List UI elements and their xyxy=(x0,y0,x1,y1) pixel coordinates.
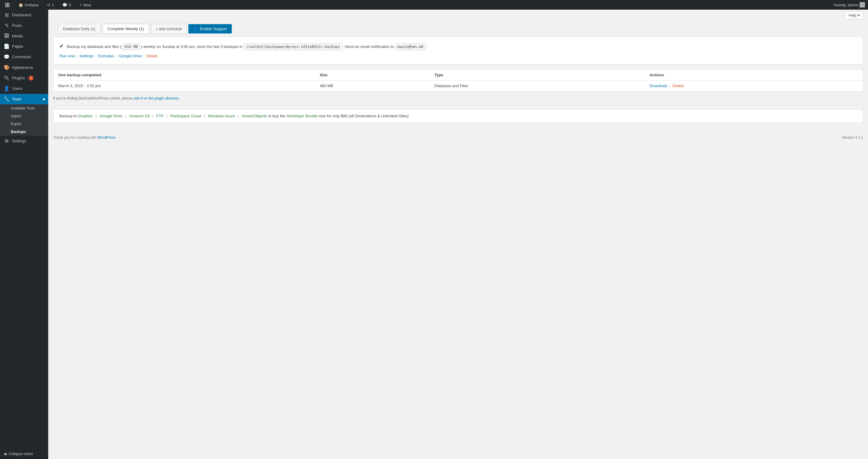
size-badge: 616 MB xyxy=(123,44,140,50)
sidebar-item-plugins[interactable]: 🔌 Plugins 1 xyxy=(0,73,48,83)
adminbar-right: Howdy, admin xyxy=(834,2,865,7)
tab-complete-weekly[interactable]: Complete Weekly (1) xyxy=(102,24,149,34)
download-link[interactable]: Download xyxy=(650,84,667,88)
help-chevron-icon: ▾ xyxy=(858,13,860,18)
dest-sep-3: | xyxy=(153,114,155,118)
rating-suffix: . xyxy=(180,96,181,101)
help-button[interactable]: Help ▾ xyxy=(845,11,863,19)
footer-wp-link[interactable]: WordPress xyxy=(97,136,115,140)
dest-dropbox[interactable]: Dropbox xyxy=(78,114,93,118)
sidebar-item-tools[interactable]: 🔧 Tools ◀ xyxy=(0,94,48,104)
sidebar-label-pages: Pages xyxy=(12,44,23,49)
col-name: One backup completed xyxy=(53,70,315,81)
adminbar-comments[interactable]: 💬 0 xyxy=(61,0,73,10)
howdy-label[interactable]: Howdy, admin xyxy=(834,3,858,7)
help-bar: Help ▾ xyxy=(48,10,868,21)
path-badge: /content/backupwordpress-1d31e8912c-back… xyxy=(244,44,343,50)
pages-icon: 📄 xyxy=(4,44,10,49)
adminbar-new[interactable]: + New xyxy=(78,0,93,10)
enable-support-label: Enable Support xyxy=(200,27,227,31)
tab-database-daily[interactable]: Database Daily (1) xyxy=(58,24,101,34)
footer-thanks: Thank you for creating with WordPress. xyxy=(53,136,116,140)
sidebar-item-settings[interactable]: ⚙ Settings xyxy=(0,136,48,146)
dest-sep-1: | xyxy=(96,114,98,118)
sidebar-label-comments: Comments xyxy=(12,55,31,59)
tabs-bar: Database Daily (1) Complete Weekly (1) +… xyxy=(53,21,863,37)
sidebar-label-plugins: Plugins xyxy=(12,76,25,80)
dest-suffix: or buy the xyxy=(268,114,286,118)
sidebar-subitem-backups[interactable]: Backups xyxy=(0,128,48,136)
adminbar-site[interactable]: 🏠 hmbase xyxy=(17,0,40,10)
sidebar-item-comments[interactable]: 💬 Comments xyxy=(0,52,48,62)
plugins-badge: 1 xyxy=(29,76,33,81)
tab-add-label: + add schedule xyxy=(156,27,182,31)
content-wrap: Database Daily (1) Complete Weekly (1) +… xyxy=(48,21,868,133)
col-type: Type xyxy=(430,70,645,81)
destinations-prefix: Backup to xyxy=(59,114,77,118)
sidebar-label-posts: Posts xyxy=(12,23,22,28)
help-label: Help xyxy=(848,13,857,18)
row-actions: Download | Delete xyxy=(645,80,863,91)
posts-icon: ✎ xyxy=(4,23,10,28)
dest-amazon-s3[interactable]: Amazon S3 xyxy=(129,114,150,118)
site-name: hmbase xyxy=(25,3,38,7)
sidebar-item-users[interactable]: 👤 Users xyxy=(0,83,48,94)
collapse-icon: ◀ xyxy=(4,452,6,456)
table-row: March 3, 2015 - 2:02 pm 480 MB Database … xyxy=(53,80,863,91)
enable-support-button[interactable]: 👤 Enable Support xyxy=(188,24,232,33)
dest-rackspace[interactable]: Rackspace Cloud xyxy=(170,114,201,118)
dest-sep-6: | xyxy=(238,114,240,118)
sidebar-label-tools: Tools xyxy=(12,97,21,101)
adminbar-revisions[interactable]: ↺ 1 xyxy=(45,0,56,10)
sidebar-item-pages[interactable]: 📄 Pages xyxy=(0,41,48,52)
google-drive-link[interactable]: Google Drive xyxy=(119,53,142,59)
delete-backup-link[interactable]: Delete xyxy=(673,84,684,88)
adminbar-wp-logo[interactable]: ⊞ xyxy=(3,0,12,10)
sidebar-subitem-import[interactable]: Import xyxy=(0,112,48,120)
sidebar-subitem-available-tools[interactable]: Available Tools xyxy=(0,104,48,112)
row-type: Database and Files xyxy=(430,80,645,91)
run-now-link[interactable]: Run now xyxy=(59,53,75,59)
info-links: Run now | Settings | Excludes | Google D… xyxy=(59,53,857,59)
sidebar-item-dashboard[interactable]: ⊞ Dashboard xyxy=(0,10,48,20)
sidebar-item-media[interactable]: 🖼 Media xyxy=(0,31,48,41)
backup-description: ✔ Backup my database and files ( 616 MB … xyxy=(59,42,857,51)
tools-chevron-icon: ◀ xyxy=(42,97,44,101)
dest-dreamobjects[interactable]: DreamObjects xyxy=(242,114,267,118)
dest-bundle-suffix: now for only $99 (all Destinations & Unl… xyxy=(318,114,408,118)
settings-link[interactable]: Settings xyxy=(80,53,94,59)
avatar xyxy=(860,2,865,7)
excludes-link[interactable]: Excludes xyxy=(98,53,114,59)
enable-support-icon: 👤 xyxy=(193,27,198,31)
tab-database-daily-label: Database Daily (1) xyxy=(63,27,96,31)
tab-add-schedule[interactable]: + add schedule xyxy=(151,24,187,34)
sep-2: | xyxy=(96,53,96,59)
desc-after: .Send an email notification to xyxy=(344,44,394,49)
sidebar-label-dashboard: Dashboard xyxy=(12,13,31,17)
backup-table: One backup completed Size Type Actions M… xyxy=(53,69,863,91)
desc-middle: ) weekly on Sunday at 3:00 am, store the… xyxy=(141,44,243,49)
sidebar-label-settings: Settings xyxy=(12,139,26,143)
collapse-menu-button[interactable]: ◀ Collapse menu xyxy=(0,449,48,459)
comments-icon: 💬 xyxy=(62,3,67,7)
dest-google-drive[interactable]: Google Drive xyxy=(99,114,122,118)
col-size: Size xyxy=(315,70,430,81)
email-badge: owain@hmn.md xyxy=(395,44,426,50)
sep-3: | xyxy=(116,53,117,59)
dest-bundle-link[interactable]: Developer Bundle xyxy=(286,114,317,118)
dest-sep-5: | xyxy=(204,114,206,118)
sidebar-subitem-export[interactable]: Export xyxy=(0,120,48,128)
revision-count: 1 xyxy=(52,3,54,7)
dest-sep-2: | xyxy=(125,114,127,118)
dest-ftp[interactable]: FTP xyxy=(156,114,164,118)
collapse-label: Collapse menu xyxy=(9,452,33,456)
sidebar-label-users: Users xyxy=(12,86,22,91)
sidebar-item-appearance[interactable]: 🎨 Appearance xyxy=(0,62,48,73)
delete-schedule-link[interactable]: Delete xyxy=(146,53,158,59)
sidebar-item-posts[interactable]: ✎ Posts xyxy=(0,20,48,31)
dest-windows-azure[interactable]: Windows Azure xyxy=(208,114,235,118)
new-label: New xyxy=(83,3,91,7)
page-footer: Thank you for creating with WordPress. V… xyxy=(48,133,868,143)
sidebar-submenu-tools: Available Tools Import Export Backups xyxy=(0,104,48,136)
rating-link[interactable]: rate it on the plugin directory xyxy=(133,96,179,101)
